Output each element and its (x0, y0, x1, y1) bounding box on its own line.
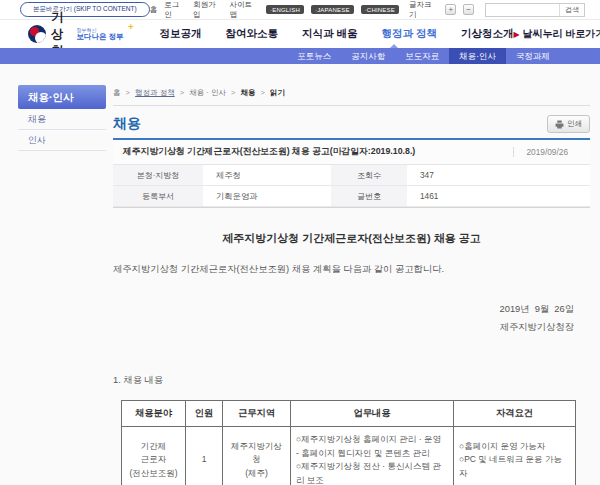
col-header-field: 채용분야 (122, 401, 186, 427)
field-label-views: 조회수 (331, 165, 407, 186)
post-fields: 본청·지방청 제주청 조회수 347 등록부서 기획운영과 글번호 1461 (113, 165, 590, 207)
post-date: 2019/09/26 (526, 147, 580, 157)
section-1-heading: 1. 채용 내용 (113, 374, 590, 387)
duty-line: ○제주지방기상청 홈페이지 관리 · 운영 (296, 433, 448, 447)
field-value-department: 기획운영과 (203, 186, 331, 207)
cell-count: 1 (186, 427, 223, 485)
gov-innovation-badge: 정부혁신 보다나은 정부 + (73, 26, 132, 43)
subnav-national-agenda[interactable]: 국정과제 (506, 48, 560, 64)
nav-item-info-disclosure[interactable]: 정보공개 (160, 27, 202, 41)
nav-item-participation[interactable]: 참여와소통 (226, 27, 279, 41)
cell-qualifications: ○홈페이지 운영 가능자 ○PC 및 네트워크 운용 가능자 (454, 427, 576, 485)
page: 본문바로가기 (SKIP TO CONTENT) 홈 로그인 회원가입 사이트맵… (0, 0, 600, 485)
article-intro: 제주지방기상청 기간제근로자(전산보조원) 채용 계획을 다음과 같이 공고합니… (113, 263, 590, 276)
post-title: 제주지방기상청 기간제근로자(전산보조원) 채용 공고(마감일자:2019.10… (123, 146, 501, 158)
home-link[interactable]: 홈 (150, 5, 158, 15)
article-body: 제주지방기상청 기간제근로자(전산보조원) 채용 공고 제주지방기상청 기간제근… (113, 231, 590, 485)
breadcrumb-read: 읽기 (270, 88, 285, 97)
sidebar-item-personnel[interactable]: 인사 (18, 130, 106, 151)
main-nav: 정보공개 참여와소통 지식과 배움 행정과 정책 기상청소개 (160, 27, 514, 41)
content-area: 채용·인사 채용 인사 홈 > 행정과 정책 > 채용 · 인사 > 채용 > … (0, 64, 600, 485)
article-signature: 제주지방기상청장 (113, 321, 590, 334)
site-header: 기상청 정부혁신 보다나은 정부 + 정보공개 참여와소통 지식과 배움 행정과… (0, 20, 600, 48)
printer-icon (555, 120, 564, 129)
qualification-line: ○홈페이지 운영 가능자 (459, 440, 570, 454)
topbar-right: 홈 로그인 회원가입 사이트맵 ·ENGLISH ·JAPANESE ·CHIN… (150, 0, 585, 20)
cell-location: 제주지방기상청 (제주) (223, 427, 291, 485)
breadcrumb: 홈 > 행정과 정책 > 채용 · 인사 > 채용 > 읽기 (113, 85, 590, 106)
subnav-recruitment[interactable]: 채용·인사 (449, 48, 506, 64)
table-row: 기간제 근로자 (전산보조원) 1 제주지방기상청 (제주) ○제주지방기상청 … (122, 427, 576, 485)
post-info-table: 제주지방기상청 기간제근로자(전산보조원) 채용 공고(마감일자:2019.10… (113, 140, 590, 208)
nav-item-knowledge[interactable]: 지식과 배움 (302, 27, 357, 41)
breadcrumb-home[interactable]: 홈 (113, 88, 121, 97)
weather-link-label: 날씨누리 바로가기 (523, 28, 600, 39)
nav-item-about-kma[interactable]: 기상청소개 (461, 27, 514, 41)
breadcrumb-separator: > (231, 88, 235, 97)
lang-english-button[interactable]: ·ENGLISH (266, 5, 304, 14)
badge-plus-icon: + (128, 23, 133, 32)
government-emblem-icon (28, 25, 46, 43)
subnav-notices[interactable]: 공지사항 (341, 48, 395, 64)
field-label-post-number: 글번호 (331, 186, 407, 207)
sub-nav-bar: 포토뉴스 공지사항 보도자료 채용·인사 국정과제 (0, 48, 600, 64)
subnav-photo-news[interactable]: 포토뉴스 (287, 48, 341, 64)
cell-duties: ○제주지방기상청 홈페이지 관리 · 운영 - 홈페이지 웹디자인 및 콘텐츠 … (291, 427, 454, 485)
duty-line: ○제주지방기상청 전산 · 통신시스템 관리 보조 (296, 460, 448, 485)
breadcrumb-separator: > (261, 88, 265, 97)
breadcrumb-recruitment[interactable]: 채용 (241, 88, 256, 97)
search-input[interactable] (486, 5, 559, 14)
recruitment-table-header-row: 채용분야 인원 근무지역 업무내용 자격요건 (122, 401, 576, 427)
col-header-location: 근무지역 (223, 401, 291, 427)
breadcrumb-separator: > (126, 88, 130, 97)
signup-link[interactable]: 회원가입 (193, 0, 222, 20)
field-value-views: 347 (407, 165, 590, 186)
sidebar: 채용·인사 채용 인사 (18, 85, 106, 151)
breadcrumb-separator: > (180, 88, 184, 97)
field-label-department: 등록부서 (113, 186, 203, 207)
cell-field: 기간제 근로자 (전산보조원) (122, 427, 186, 485)
page-title: 채용 (113, 115, 141, 133)
duty-line: - 홈페이지 웹디자인 및 콘텐츠 관리 (296, 447, 448, 461)
subnav-press-releases[interactable]: 보도자료 (395, 48, 449, 64)
badge-main-text: 보다나은 정부 (77, 33, 124, 41)
field-label-agency: 본청·지방청 (113, 165, 203, 186)
breadcrumb-admin-policy[interactable]: 행정과 정책 (135, 88, 175, 97)
col-header-count: 인원 (186, 401, 223, 427)
search-button[interactable]: 검색 (559, 4, 584, 16)
print-button[interactable]: 인쇄 (547, 115, 590, 133)
field-value-post-number: 1461 (407, 186, 590, 207)
page-title-row: 채용 인쇄 (113, 115, 590, 133)
subnav-pointer-icon (390, 44, 398, 48)
sidebar-title: 채용·인사 (18, 85, 106, 109)
nav-item-admin-policy[interactable]: 행정과 정책 (382, 27, 437, 41)
sidebar-item-recruitment[interactable]: 채용 (18, 109, 106, 130)
col-header-duties: 업무내용 (291, 401, 454, 427)
breadcrumb-recruit-personnel[interactable]: 채용 · 인사 (189, 88, 226, 97)
lang-chinese-button[interactable]: ·CHINESE (361, 5, 399, 14)
red-arrow-icon: ▶ (513, 30, 519, 39)
weather-portal-link[interactable]: ▶날씨누리 바로가기 (513, 27, 600, 41)
recruitment-table: 채용분야 인원 근무지역 업무내용 자격요건 기간제 근로자 (전산보조원) 1… (121, 400, 576, 485)
col-header-qualifications: 자격요건 (454, 401, 576, 427)
sitemap-link[interactable]: 사이트맵 (230, 0, 259, 20)
login-link[interactable]: 로그인 (164, 0, 186, 20)
qualification-line: ○PC 및 네트워크 운용 가능자 (459, 453, 570, 480)
print-button-label: 인쇄 (567, 119, 582, 129)
lang-japanese-button[interactable]: ·JAPANESE (311, 5, 354, 14)
font-size-decrease-button[interactable]: − (463, 4, 474, 15)
post-date-divider (513, 147, 514, 157)
font-size-increase-button[interactable]: + (445, 4, 456, 15)
search-box: 검색 (485, 3, 585, 17)
post-title-row: 제주지방기상청 기간제근로자(전산보조원) 채용 공고(마감일자:2019.10… (113, 140, 590, 165)
field-value-agency: 제주청 (203, 165, 331, 186)
font-size-label: 글자크기 (409, 0, 438, 20)
article-title: 제주지방기상청 기간제근로자(전산보조원) 채용 공고 (113, 231, 590, 246)
article-date: 2019년 9월 26일 (113, 303, 590, 316)
main-content: 홈 > 행정과 정책 > 채용 · 인사 > 채용 > 읽기 채용 인쇄 (111, 85, 590, 485)
